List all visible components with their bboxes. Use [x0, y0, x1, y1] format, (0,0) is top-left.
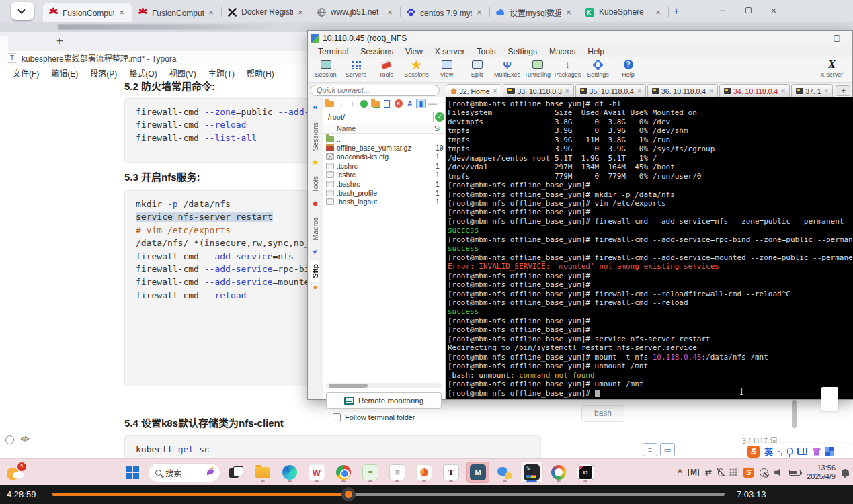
chat-icon[interactable]	[493, 462, 516, 483]
typora-menu-item[interactable]: 文件(F)	[7, 66, 45, 80]
tab-close-button[interactable]: ×	[653, 7, 663, 17]
toolbar-tools-button[interactable]: Tools	[371, 58, 401, 78]
battery-icon[interactable]	[789, 470, 801, 476]
mobaxterm-title-bar[interactable]: 10.118.0.45 (root)_NFS	[308, 31, 852, 46]
typora-menu-item[interactable]: 格式(O)	[123, 66, 163, 80]
wpp-icon[interactable]	[413, 462, 436, 483]
tab-close-button[interactable]: ×	[206, 7, 216, 17]
session-tab-close[interactable]: ×	[565, 87, 569, 95]
toolbar-packages-button[interactable]: ↓Packages	[553, 58, 583, 78]
session-tab[interactable]: 33. 10.118.0.3×	[503, 84, 573, 97]
toolbar-settings-button[interactable]: Settings	[583, 58, 613, 78]
quick-connect-input[interactable]	[311, 85, 440, 96]
outline-toggle-icon[interactable]	[5, 435, 14, 444]
sogou-tray-icon[interactable]: S	[743, 468, 754, 478]
sidebar-tab-sftp[interactable]: Sftp	[311, 260, 319, 282]
browser-tab[interactable]: FusionCompute-资×	[43, 3, 132, 22]
session-tab[interactable]: 35. 10.118.0.4×	[575, 84, 646, 97]
session-tab-close[interactable]: ×	[709, 87, 713, 95]
remote-monitoring-button[interactable]: Remote monitoring	[326, 392, 442, 409]
sidebar-tab-macros[interactable]: Macros	[311, 212, 319, 245]
m-tray-icon[interactable]: M	[688, 469, 699, 476]
session-tab-close[interactable]: ×	[825, 87, 829, 95]
toolbar-session-button[interactable]: Session	[311, 58, 341, 78]
network-arrows-icon[interactable]: ⇄	[705, 468, 712, 477]
mobaxterm-menu-item[interactable]: X server	[429, 46, 471, 57]
ime-mini-panel-icon-2[interactable]: ▭	[660, 443, 675, 456]
mobaxterm-menu-item[interactable]: Macros	[543, 46, 581, 57]
session-tab[interactable]: 32. Home×	[446, 84, 501, 97]
tab-close-button[interactable]: ×	[385, 7, 395, 17]
widgets-button[interactable]: 1	[7, 464, 34, 481]
follow-terminal-row[interactable]: Follow terminal folder	[333, 413, 415, 421]
mobaxterm-menu-item[interactable]: Sessions	[354, 46, 399, 57]
toolbar-help-button[interactable]: ?Help	[613, 58, 643, 78]
mobaxterm-maximize-button[interactable]: ▢	[827, 32, 847, 44]
idea-icon[interactable]: IJ	[574, 462, 597, 483]
ime-mini-panel-icon[interactable]: ≡	[643, 443, 657, 456]
typora-icon[interactable]: T	[440, 462, 462, 483]
file-row[interactable]: .bashrc1	[323, 179, 445, 188]
browser-tab[interactable]: 设置mysql数据库不×	[490, 3, 579, 22]
start-button[interactable]	[121, 462, 144, 483]
browser-maximize-button[interactable]	[738, 4, 758, 17]
keyboard-icon[interactable]	[797, 448, 807, 455]
session-tab-close[interactable]: ×	[781, 87, 785, 95]
column-size[interactable]: Si	[434, 124, 445, 133]
browser-minimize-button[interactable]: ─	[713, 4, 733, 17]
microphone-icon[interactable]	[787, 448, 793, 455]
file-row[interactable]: .bash_profile1	[323, 188, 445, 197]
toolbar-multiexec-button[interactable]: ΨMultiExec	[492, 58, 522, 78]
document-icon[interactable]: ≣	[386, 462, 409, 483]
navicat-icon[interactable]	[547, 462, 570, 483]
mobaxterm-menu-item[interactable]: View	[399, 46, 429, 57]
tab-close-button[interactable]: ×	[296, 7, 305, 17]
browser-tab[interactable]: www.jb51.net×	[311, 3, 400, 22]
mobaxterm-menu-item[interactable]: Tools	[471, 46, 502, 57]
tab-close-button[interactable]: ×	[117, 7, 126, 17]
skin-icon[interactable]	[812, 448, 821, 456]
task-view-button[interactable]	[225, 462, 247, 483]
session-tab-close[interactable]: ×	[637, 87, 641, 95]
ime-language-toggle[interactable]: 英	[764, 445, 773, 458]
upload-icon[interactable]: ↑	[348, 99, 358, 108]
file-row[interactable]: .tcshrc1	[323, 161, 445, 170]
magic-wand-icon[interactable]: ／	[428, 99, 438, 108]
sftp-path-input[interactable]	[325, 112, 434, 122]
sidebar-tab-sessions[interactable]: Sessions	[311, 117, 319, 157]
browser-close-button[interactable]: ×	[764, 4, 784, 17]
edge-icon[interactable]	[278, 462, 301, 483]
file-row[interactable]: ..	[323, 134, 445, 143]
toolbar-xserver-button[interactable]: XX server	[817, 58, 847, 78]
new-file-icon[interactable]	[382, 99, 392, 108]
mobaxterm-menu-item[interactable]: Help	[581, 46, 610, 57]
notification-bell-icon[interactable]	[842, 469, 849, 476]
ime-punctuation-toggle[interactable]: ·,	[778, 447, 782, 456]
session-tab-close[interactable]: ×	[493, 87, 497, 95]
second-window-new-tab-button[interactable]: +	[52, 34, 67, 48]
typora-menu-item[interactable]: 帮助(H)	[241, 66, 280, 80]
typora-scrollbar[interactable]	[790, 400, 798, 444]
typora-menu-item[interactable]: 主题(T)	[202, 66, 241, 80]
tab-close-button[interactable]: ×	[564, 7, 573, 17]
file-row[interactable]: anaconda-ks.cfg1	[323, 153, 445, 161]
browser-tab[interactable]: centos 7.9 mysql 离×	[401, 3, 489, 22]
toolbar-sessions-button[interactable]: ★Sessions	[401, 58, 432, 78]
chrome-icon[interactable]	[332, 462, 355, 483]
font-a-icon[interactable]: A	[405, 99, 415, 108]
typora-menu-item[interactable]: 段落(P)	[84, 66, 123, 80]
sidebar-collapse-icon[interactable]: «	[313, 101, 317, 112]
scrollbar-thumb[interactable]	[792, 400, 797, 428]
sogou-ime-bar[interactable]: S 英 ·,	[743, 443, 853, 460]
follow-terminal-checkbox[interactable]	[333, 413, 341, 421]
video-progress-handle[interactable]	[341, 487, 356, 501]
search-box[interactable]: 搜索	[148, 463, 220, 482]
toolbox-grid-icon[interactable]	[825, 447, 834, 456]
file-row[interactable]: offline_base_yum.tar.gz19	[323, 143, 445, 152]
code-language-label[interactable]: bash	[581, 405, 624, 422]
new-session-tab-button[interactable]: +	[836, 85, 850, 96]
home-folder-icon[interactable]	[325, 99, 335, 108]
encoding-bar-icon[interactable]: ▮	[416, 99, 426, 108]
volume-icon[interactable]	[774, 468, 783, 476]
taskbar-clock[interactable]: 13:56 2025/4/9	[807, 464, 836, 481]
